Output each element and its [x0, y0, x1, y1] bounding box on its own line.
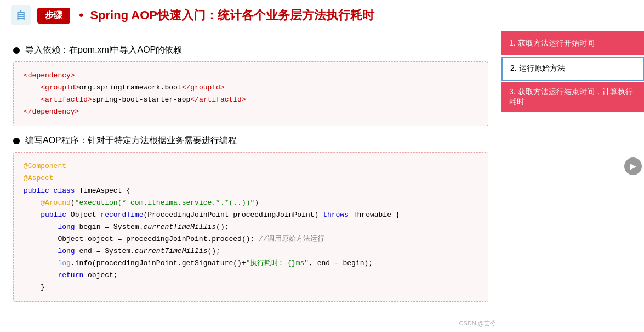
header-badge: 步骤: [37, 8, 70, 24]
xml-line1: <dependency>: [24, 70, 478, 82]
java-line8: long end = System.currentTimeMillis();: [24, 245, 478, 257]
java-line4: @Around("execution(* com.itheima.service…: [24, 197, 478, 209]
watermark: CSDN @芸兮: [459, 319, 496, 328]
icon-text: 自: [16, 9, 26, 22]
java-line6: long begin = System.currentTimeMillis();: [24, 221, 478, 233]
header-icon: 自: [11, 5, 31, 25]
java-code-block: @Component @Aspect public class TimeAspe…: [13, 152, 488, 302]
xml-line3: <artifactId>spring-boot-starter-aop</art…: [24, 94, 478, 106]
section1-heading-text: 导入依赖：在pom.xml中导入AOP的依赖: [25, 44, 182, 56]
header-bullet: •: [79, 8, 83, 23]
java-line10: return object;: [24, 269, 478, 282]
left-panel: 导入依赖：在pom.xml中导入AOP的依赖 <dependency> <gro…: [0, 31, 501, 329]
header-title: Spring AOP快速入门：统计各个业务层方法执行耗时: [90, 7, 374, 24]
xml-line4: </dependency>: [24, 106, 478, 118]
right-item-1-text: 1. 获取方法运行开始时间: [509, 38, 595, 48]
section1-heading: 导入依赖：在pom.xml中导入AOP的依赖: [13, 44, 488, 56]
section2-heading-text: 编写AOP程序：针对于特定方法根据业务需要进行编程: [25, 135, 237, 147]
section2-heading: 编写AOP程序：针对于特定方法根据业务需要进行编程: [13, 135, 488, 147]
java-line2: @Aspect: [24, 172, 478, 184]
java-line1: @Component: [24, 160, 478, 172]
java-line5: public Object recordTime(ProceedingJoinP…: [24, 209, 478, 221]
badge-label: 步骤: [45, 10, 62, 20]
right-panel: 1. 获取方法运行开始时间 2. 运行原始方法 3. 获取方法运行结束时间，计算…: [501, 31, 644, 329]
section1-bullet: [13, 47, 20, 54]
right-item-2-text: 2. 运行原始方法: [510, 64, 565, 74]
header: 自 步骤 • Spring AOP快速入门：统计各个业务层方法执行耗时: [0, 0, 644, 31]
right-item-3-text: 3. 获取方法运行结束时间，计算执行耗时: [509, 87, 636, 107]
xml-code-block: <dependency> <groupId>org.springframewor…: [13, 61, 488, 126]
watermark-text: CSDN @芸兮: [459, 320, 496, 327]
java-line3: public class TimeAspect {: [24, 185, 478, 197]
java-line7: Object object = proceedingJoinPoint.proc…: [24, 233, 478, 245]
right-item-2: 2. 运行原始方法: [501, 57, 644, 81]
right-item-3: 3. 获取方法运行结束时间，计算执行耗时: [501, 82, 644, 112]
java-line11: }: [24, 282, 478, 294]
main-content: 导入依赖：在pom.xml中导入AOP的依赖 <dependency> <gro…: [0, 31, 644, 329]
next-button[interactable]: ▶: [624, 157, 642, 175]
section2-bullet: [13, 138, 20, 144]
right-item-1: 1. 获取方法运行开始时间: [501, 31, 644, 55]
java-line9: log.info(proceedingJoinPoint.getSignatur…: [24, 257, 478, 269]
xml-line2: <groupId>org.springframework.boot</group…: [24, 82, 478, 94]
